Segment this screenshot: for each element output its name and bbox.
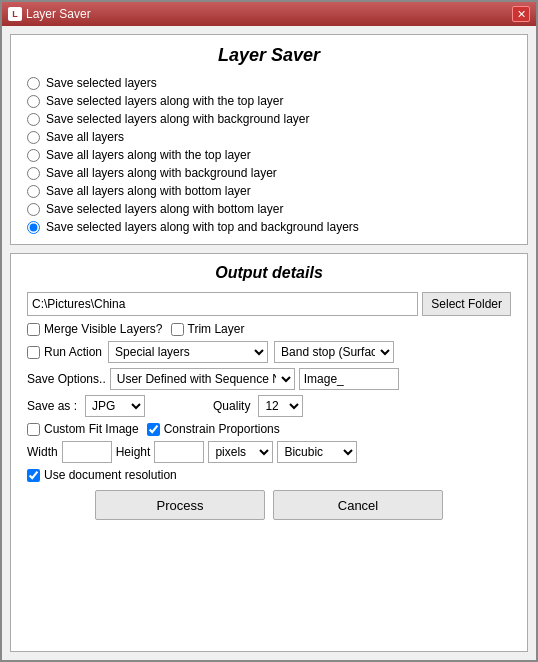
radio-label-1[interactable]: Save selected layers: [46, 76, 157, 90]
content-area: Layer Saver Save selected layers Save se…: [2, 26, 536, 660]
quality-select[interactable]: 12 11 10 9 8: [258, 395, 303, 417]
height-label: Height: [116, 445, 151, 459]
radio-item-7: Save all layers along with bottom layer: [27, 184, 511, 198]
custom-fit-item: Custom Fit Image: [27, 422, 139, 436]
save-as-label: Save as :: [27, 399, 77, 413]
radio-save-all-top[interactable]: [27, 149, 40, 162]
radio-item-3: Save selected layers along with backgrou…: [27, 112, 511, 126]
radio-save-all-bottom[interactable]: [27, 185, 40, 198]
cancel-button[interactable]: Cancel: [273, 490, 443, 520]
radio-label-2[interactable]: Save selected layers along with the top …: [46, 94, 283, 108]
output-title: Output details: [27, 264, 511, 282]
trim-layer-checkbox[interactable]: [171, 323, 184, 336]
width-input[interactable]: [62, 441, 112, 463]
radio-item-8: Save selected layers along with bottom l…: [27, 202, 511, 216]
merge-visible-label[interactable]: Merge Visible Layers?: [44, 322, 163, 336]
select-folder-button[interactable]: Select Folder: [422, 292, 511, 316]
custom-fit-checkbox[interactable]: [27, 423, 40, 436]
radio-save-all-bg[interactable]: [27, 167, 40, 180]
doc-res-row: Use document resolution: [27, 468, 511, 482]
save-format-select[interactable]: JPG PNG TIFF PSD: [85, 395, 145, 417]
radio-save-all[interactable]: [27, 131, 40, 144]
title-bar-left: L Layer Saver: [8, 7, 91, 21]
panel-title: Layer Saver: [27, 45, 511, 66]
save-options-row: Save Options.. User Defined with Sequenc…: [27, 368, 511, 390]
radio-item-9: Save selected layers along with top and …: [27, 220, 511, 234]
merge-trim-row: Merge Visible Layers? Trim Layer: [27, 322, 511, 336]
image-name-input[interactable]: [299, 368, 399, 390]
radio-save-selected-top-bg[interactable]: [27, 221, 40, 234]
radio-label-5[interactable]: Save all layers along with the top layer: [46, 148, 251, 162]
action-select[interactable]: Special layers: [108, 341, 268, 363]
layer-saver-panel: Layer Saver Save selected layers Save se…: [10, 34, 528, 245]
doc-res-item: Use document resolution: [27, 468, 177, 482]
quality-label: Quality: [213, 399, 250, 413]
width-label: Width: [27, 445, 58, 459]
main-window: L Layer Saver ✕ Layer Saver Save selecte…: [0, 0, 538, 662]
radio-save-selected-bg[interactable]: [27, 113, 40, 126]
folder-row: Select Folder: [27, 292, 511, 316]
custom-fit-row: Custom Fit Image Constrain Proportions: [27, 422, 511, 436]
window-title: Layer Saver: [26, 7, 91, 21]
custom-fit-label[interactable]: Custom Fit Image: [44, 422, 139, 436]
run-action-row: Run Action Special layers Band stop (Sur…: [27, 341, 511, 363]
run-action-label[interactable]: Run Action: [44, 345, 102, 359]
radio-label-4[interactable]: Save all layers: [46, 130, 124, 144]
save-options-label: Save Options..: [27, 372, 106, 386]
pixels-select[interactable]: pixels inches cm: [208, 441, 273, 463]
radio-save-selected[interactable]: [27, 77, 40, 90]
constrain-item: Constrain Proportions: [147, 422, 280, 436]
bicubic-select[interactable]: Bicubic Bilinear Nearest: [277, 441, 357, 463]
radio-item-1: Save selected layers: [27, 76, 511, 90]
doc-res-checkbox[interactable]: [27, 469, 40, 482]
save-options-select[interactable]: User Defined with Sequence No.: [110, 368, 295, 390]
radio-save-selected-top[interactable]: [27, 95, 40, 108]
doc-res-label[interactable]: Use document resolution: [44, 468, 177, 482]
dimensions-row: Width Height pixels inches cm Bicubic Bi…: [27, 441, 511, 463]
radio-label-7[interactable]: Save all layers along with bottom layer: [46, 184, 251, 198]
radio-save-selected-bottom[interactable]: [27, 203, 40, 216]
merge-visible-item: Merge Visible Layers?: [27, 322, 163, 336]
radio-item-4: Save all layers: [27, 130, 511, 144]
output-panel: Output details Select Folder Merge Visib…: [10, 253, 528, 652]
title-bar: L Layer Saver ✕: [2, 2, 536, 26]
radio-item-5: Save all layers along with the top layer: [27, 148, 511, 162]
constrain-label[interactable]: Constrain Proportions: [164, 422, 280, 436]
radio-label-3[interactable]: Save selected layers along with backgrou…: [46, 112, 309, 126]
process-button[interactable]: Process: [95, 490, 265, 520]
trim-layer-item: Trim Layer: [171, 322, 245, 336]
app-icon: L: [8, 7, 22, 21]
radio-label-6[interactable]: Save all layers along with background la…: [46, 166, 277, 180]
folder-path-input[interactable]: [27, 292, 418, 316]
radio-item-6: Save all layers along with background la…: [27, 166, 511, 180]
run-action-checkbox[interactable]: [27, 346, 40, 359]
radio-group: Save selected layers Save selected layer…: [27, 76, 511, 234]
radio-label-9[interactable]: Save selected layers along with top and …: [46, 220, 359, 234]
radio-item-2: Save selected layers along with the top …: [27, 94, 511, 108]
band-stop-select[interactable]: Band stop (Surface) ...: [274, 341, 394, 363]
save-as-row: Save as : JPG PNG TIFF PSD Quality 12 11…: [27, 395, 511, 417]
constrain-checkbox[interactable]: [147, 423, 160, 436]
close-button[interactable]: ✕: [512, 6, 530, 22]
radio-label-8[interactable]: Save selected layers along with bottom l…: [46, 202, 283, 216]
buttons-row: Process Cancel: [27, 490, 511, 520]
trim-layer-label[interactable]: Trim Layer: [188, 322, 245, 336]
run-action-item: Run Action: [27, 345, 102, 359]
merge-visible-checkbox[interactable]: [27, 323, 40, 336]
height-input[interactable]: [154, 441, 204, 463]
